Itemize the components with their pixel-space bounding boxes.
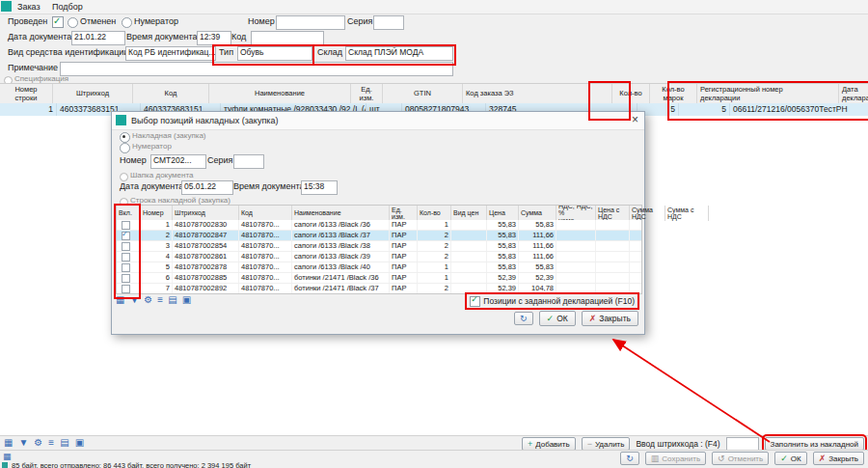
rows-icon[interactable]: ▤: [60, 438, 68, 448]
row-include-checkbox[interactable]: [122, 232, 130, 240]
numerator-radio-dialog[interactable]: [120, 143, 130, 153]
delete-button[interactable]: −Удалить: [582, 437, 631, 451]
menu-podbor[interactable]: Подбор: [48, 0, 87, 14]
dcol-code[interactable]: Код: [239, 206, 292, 221]
doc-date-input[interactable]: 21.01.22: [71, 31, 125, 45]
otmenen-radio[interactable]: [68, 17, 78, 28]
dcol-unit[interactable]: Ед. изм.: [390, 206, 418, 221]
list-icon[interactable]: ≡: [157, 295, 163, 305]
col-declaration-number[interactable]: Регистрационный номер декларации: [697, 84, 839, 104]
positions-declaration-checkbox[interactable]: [470, 296, 480, 307]
dcell-code: 48107870...: [239, 284, 292, 293]
dcol-total-vat[interactable]: Сумма с НДС: [665, 206, 709, 221]
row-include-checkbox[interactable]: [122, 285, 130, 293]
gear-icon[interactable]: ⚙: [144, 295, 152, 305]
dialog-date-input[interactable]: 05.01.22: [181, 180, 233, 195]
dcol-sum-vat[interactable]: Сумма НДС: [630, 206, 665, 221]
dcol-name[interactable]: Наименование: [292, 206, 390, 221]
proveden-checkbox[interactable]: [52, 16, 64, 28]
dcol-vat[interactable]: НДС, НДС, % номе: [556, 206, 596, 221]
dialog-table-row[interactable]: 7 4810787002892 48107870... ботинки /214…: [117, 284, 641, 294]
list-icon[interactable]: ≡: [48, 438, 54, 448]
barcode-input[interactable]: [726, 437, 759, 451]
dcol-qty[interactable]: Кол-во: [418, 206, 451, 221]
dcell-sum-vat: [630, 284, 642, 293]
rows-icon[interactable]: ▤: [168, 295, 176, 305]
form-row-date: Дата документа 21.01.22 Время документа …: [0, 31, 868, 44]
dialog-close-icon[interactable]: ×: [632, 112, 638, 128]
col-name[interactable]: Наименование: [209, 84, 351, 104]
spec-group-header[interactable]: Спецификация: [0, 75, 868, 83]
dialog-refresh-button[interactable]: ↻: [514, 312, 533, 325]
row-include-checkbox[interactable]: [122, 274, 130, 283]
col-order-code[interactable]: Код заказа ЭЗ: [463, 84, 612, 104]
note-input[interactable]: [60, 62, 453, 76]
dcol-sum[interactable]: Сумма: [519, 206, 556, 221]
table-icon[interactable]: ▦: [4, 438, 13, 448]
nomer-input[interactable]: [276, 15, 345, 30]
doc-time-input[interactable]: 12:39: [197, 31, 231, 45]
col-qty[interactable]: Кол-во: [612, 84, 650, 104]
row-include-checkbox[interactable]: [122, 263, 130, 272]
col-code[interactable]: Код: [133, 84, 209, 104]
dialog-table-row[interactable]: 5 4810787002878 48107870... сапоги /6133…: [117, 262, 641, 273]
dcol-include[interactable]: Вкл.: [117, 206, 141, 221]
dcell-name: сапоги /6133 /Black /38: [292, 241, 390, 251]
dcell-sum: 55,83: [519, 220, 556, 230]
row-include-checkbox[interactable]: [122, 242, 130, 251]
col-barcode[interactable]: Штрихкод: [53, 84, 133, 104]
tip-label: Тип: [219, 46, 233, 59]
dialog-table-row[interactable]: 1 4810787002830 48107870... сапоги /6133…: [117, 220, 641, 231]
dialog-ok-button[interactable]: ✓ОК: [539, 311, 576, 326]
dcell-sum-vat: [630, 220, 642, 230]
dcell-name: ботинки /21471 /Black /36: [292, 273, 390, 283]
tip-input[interactable]: Обувь: [237, 46, 312, 61]
positions-declaration-label: Позиции с заданной декларацией (F10): [483, 296, 635, 306]
dcell-sum: 111,66: [519, 231, 556, 240]
row-include-checkbox[interactable]: [122, 221, 130, 230]
copy-icon[interactable]: ▣: [75, 438, 84, 448]
dialog-ok-label: ОК: [556, 314, 568, 323]
row-include-checkbox[interactable]: [122, 253, 130, 262]
sklad-input[interactable]: Склад ПЛЭЙ МОДА: [345, 46, 453, 61]
gear-icon[interactable]: ⚙: [34, 438, 42, 448]
dcell-barcode: 4810787002830: [173, 220, 239, 230]
dcol-price[interactable]: Цена: [487, 206, 519, 221]
numerator-radio[interactable]: [122, 17, 132, 28]
dialog-seriya-input[interactable]: [233, 154, 264, 169]
dcol-price-type[interactable]: Вид цен: [451, 206, 487, 221]
filter-icon[interactable]: ▼: [18, 438, 28, 448]
positions-declaration-checkbox-group[interactable]: Позиции с заданной декларацией (F10): [468, 295, 637, 307]
form-row-flags: Проведен Отменен Нумератор Номер Серия: [0, 15, 868, 29]
dialog-nomer-input[interactable]: СМТ202...: [150, 154, 206, 169]
dialog-close-button[interactable]: ✗Закрыть: [582, 311, 638, 326]
menu-zakaz[interactable]: Заказ: [14, 0, 44, 14]
dialog-table-row[interactable]: 2 4810787002847 48107870... сапоги /6133…: [117, 231, 641, 241]
col-declaration-date[interactable]: Дата деклара: [839, 84, 868, 104]
filter-icon[interactable]: ▼: [129, 295, 139, 305]
table-icon[interactable]: ▦: [116, 295, 124, 305]
id-type-input[interactable]: Код РБ идентификац...: [125, 46, 216, 61]
dialog-time-input[interactable]: 15:38: [301, 180, 338, 195]
dcol-barcode[interactable]: Штрихкод: [173, 206, 239, 221]
dialog-table-row[interactable]: 4 4810787002861 48107870... сапоги /6133…: [117, 252, 641, 262]
dialog-title: Выбор позиций накладных (закупка): [131, 112, 278, 129]
dialog-table-row[interactable]: 6 4810787002885 48107870... ботинки /214…: [117, 273, 641, 284]
copy-icon[interactable]: ▣: [182, 295, 191, 305]
dialog-buttons: ↻ ✓ОК ✗Закрыть: [514, 311, 638, 326]
col-unit[interactable]: Ед. изм.: [351, 84, 383, 104]
panel-icon[interactable]: ▦: [3, 453, 12, 461]
col-marks-qty[interactable]: Кол-во марок: [650, 84, 697, 104]
dcol-price-vat[interactable]: Цена с НДС: [596, 206, 630, 221]
add-button[interactable]: +Добавить: [522, 437, 576, 451]
kod-input[interactable]: [251, 31, 324, 45]
cell-marks-qty: 5: [679, 103, 730, 116]
dcol-number[interactable]: Номер: [141, 206, 173, 221]
col-row-number[interactable]: Номер строки: [0, 84, 53, 104]
col-gtin[interactable]: GTIN: [383, 84, 463, 104]
dialog-table-row[interactable]: 3 4810787002854 48107870... сапоги /6133…: [117, 241, 641, 252]
dialog-titlebar[interactable]: Выбор позиций накладных (закупка) ×: [112, 112, 644, 130]
invoice-radio[interactable]: [120, 132, 130, 143]
fill-from-invoice-button[interactable]: Заполнить из накладной: [765, 437, 864, 451]
seriya-input[interactable]: [373, 15, 404, 30]
